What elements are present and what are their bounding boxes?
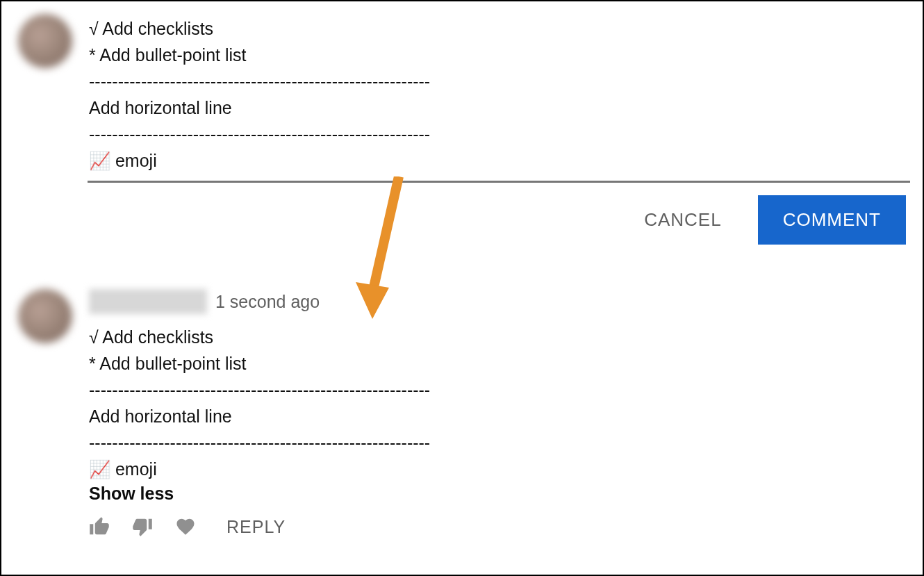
compose-line: Add horizontal line — [89, 98, 232, 117]
posted-line: * Add bullet-point list — [89, 354, 247, 373]
comment-button[interactable]: COMMENT — [758, 195, 906, 245]
avatar — [18, 289, 72, 343]
posted-comment-row: 1 second ago √ Add checklists * Add bull… — [1, 261, 923, 537]
posted-body: 1 second ago √ Add checklists * Add bull… — [89, 289, 909, 537]
posted-header: 1 second ago — [89, 289, 909, 314]
compose-line: * Add bullet-point list — [89, 45, 247, 65]
show-less-button[interactable]: Show less — [89, 484, 174, 504]
comment-input[interactable]: √ Add checklists * Add bullet-point list… — [89, 15, 909, 179]
posted-line: 📈 emoji — [89, 459, 157, 479]
dislike-icon[interactable] — [132, 516, 153, 537]
avatar — [18, 14, 72, 68]
comments-section: √ Add checklists * Add bullet-point list… — [1, 1, 923, 537]
compose-line: ----------------------------------------… — [89, 124, 430, 144]
timestamp[interactable]: 1 second ago — [215, 292, 320, 312]
compose-line: ----------------------------------------… — [89, 72, 430, 91]
cancel-button[interactable]: CANCEL — [644, 209, 721, 231]
compose-line: 📈 emoji — [89, 151, 157, 170]
action-bar: REPLY — [89, 516, 909, 537]
compose-actions: CANCEL COMMENT — [1, 183, 923, 261]
posted-line: ----------------------------------------… — [89, 433, 430, 452]
heart-icon[interactable] — [175, 516, 196, 537]
compose-line: √ Add checklists — [89, 19, 213, 38]
posted-text: √ Add checklists * Add bullet-point list… — [89, 324, 909, 482]
like-icon[interactable] — [89, 516, 110, 537]
posted-line: √ Add checklists — [89, 327, 213, 347]
comment-compose-row: √ Add checklists * Add bullet-point list… — [1, 1, 923, 183]
posted-line: ----------------------------------------… — [89, 380, 430, 400]
input-underline — [88, 181, 910, 183]
reply-button[interactable]: REPLY — [226, 517, 286, 537]
posted-line: Add horizontal line — [89, 406, 232, 426]
username[interactable] — [89, 289, 207, 314]
comment-compose-body: √ Add checklists * Add bullet-point list… — [89, 14, 909, 183]
